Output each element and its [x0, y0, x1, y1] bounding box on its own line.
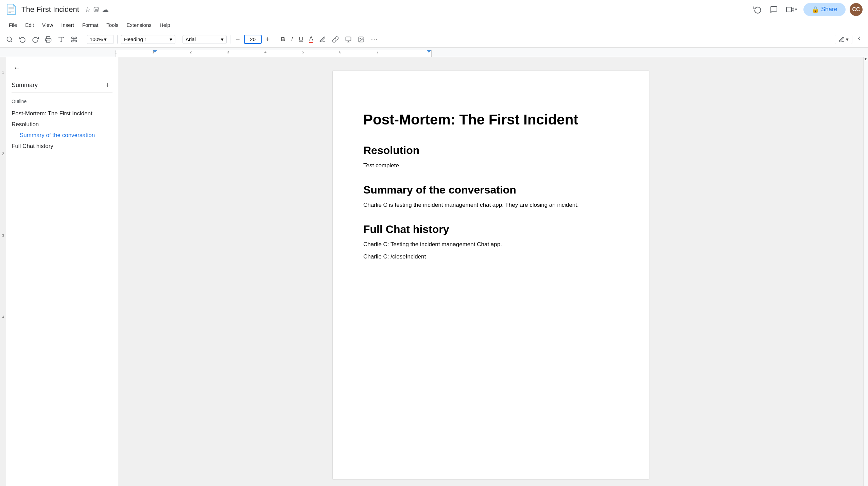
font-value: Arial [186, 36, 196, 42]
share-label: Share [821, 6, 837, 13]
lock-icon: 🔒 [812, 6, 819, 13]
doc-body-1: Charlie C is testing the incident manage… [363, 200, 618, 210]
menu-bar: File Edit View Insert Format Tools Exten… [0, 19, 868, 31]
doc-body-0: Test complete [363, 161, 618, 170]
ruler-right-tab [427, 50, 431, 53]
outline-item-2[interactable]: Summary of the conversation [12, 130, 112, 141]
link-button[interactable] [330, 35, 341, 44]
comments-button[interactable] [768, 3, 780, 16]
style-selector[interactable]: Heading 1 ▾ [121, 35, 175, 44]
insert-comment-button[interactable] [343, 35, 354, 44]
avatar[interactable]: CC [850, 3, 863, 16]
history-button[interactable] [751, 3, 764, 16]
style-chevron: ▾ [170, 36, 172, 43]
font-chevron: ▾ [221, 36, 224, 43]
highlight-color-button[interactable] [317, 35, 328, 44]
doc-body-2-line0: Charlie C: Testing the incident manageme… [363, 240, 618, 249]
margin-tick-3: 3 [2, 234, 4, 237]
font-selector[interactable]: Arial ▾ [183, 35, 227, 44]
zoom-value: 100% [90, 36, 103, 42]
sidebar-back-button[interactable]: ← [12, 63, 22, 73]
share-button[interactable]: 🔒 Share [803, 3, 846, 16]
text-color-button[interactable]: A [307, 34, 315, 45]
separator-4 [230, 35, 230, 44]
margin-tick-1: 1 [2, 71, 4, 74]
menu-insert[interactable]: Insert [58, 21, 77, 29]
spellcheck-button[interactable] [56, 35, 67, 44]
left-margin: 1 2 3 4 [0, 57, 6, 486]
menu-tools[interactable]: Tools [103, 21, 122, 29]
style-value: Heading 1 [124, 36, 147, 42]
svg-rect-1 [786, 7, 792, 12]
sidebar-summary-row: Summary + [12, 78, 112, 93]
doc-icon: 📄 [5, 4, 17, 15]
edit-mode-button[interactable]: ▾ [835, 35, 852, 44]
menu-view[interactable]: View [39, 21, 56, 29]
star-icon[interactable]: ☆ [85, 5, 91, 14]
svg-marker-0 [792, 8, 794, 11]
outline-item-1[interactable]: Resolution [12, 119, 112, 130]
separator-5 [275, 35, 275, 44]
underline-button[interactable]: U [297, 35, 305, 44]
menu-extensions[interactable]: Extensions [123, 21, 155, 29]
margin-tick-4: 4 [2, 316, 4, 319]
menu-file[interactable]: File [5, 21, 20, 29]
doc-body-2-line1: Charlie C: /closeIncident [363, 252, 618, 261]
separator-3 [179, 35, 179, 44]
bold-button[interactable]: B [279, 35, 287, 44]
svg-line-3 [11, 40, 12, 42]
redo-button[interactable] [30, 35, 41, 44]
insert-image-button[interactable] [356, 35, 367, 44]
svg-rect-4 [47, 40, 50, 42]
doc-heading-2: Full Chat history [363, 223, 618, 236]
zoom-chevron: ▾ [104, 36, 107, 43]
svg-point-11 [360, 38, 361, 39]
menu-edit[interactable]: Edit [22, 21, 37, 29]
font-size-decrease-button[interactable]: − [234, 34, 242, 45]
sidebar-add-button[interactable]: + [103, 80, 112, 90]
menu-format[interactable]: Format [79, 21, 102, 29]
sidebar-outline-label: Outline [12, 99, 112, 104]
doc-main-title: Post-Mortem: The First Incident [363, 112, 618, 128]
title-icons: ☆ ⛁ ☁ [85, 5, 109, 14]
outline-item-0[interactable]: Post-Mortem: The First Incident [12, 108, 112, 119]
more-options-button[interactable]: ⋯ [369, 34, 380, 45]
ruler-label-2: 1 [152, 50, 154, 54]
right-panel-expand-button[interactable]: ▼ [863, 57, 868, 486]
menu-help[interactable]: Help [156, 21, 174, 29]
ruler-label-7: 6 [339, 50, 341, 54]
right-panel: ▲ ▼ [863, 57, 868, 486]
zoom-selector[interactable]: 100% ▾ [87, 35, 114, 44]
sidebar-summary-label: Summary [12, 82, 38, 89]
video-button[interactable]: ▾ [784, 3, 799, 16]
main-area: 1 2 3 4 ← Summary + Outline Post-Mortem:… [0, 57, 868, 486]
folder-icon[interactable]: ⛁ [93, 5, 99, 14]
cloud-icon[interactable]: ☁ [102, 5, 109, 14]
video-chevron: ▾ [795, 7, 797, 12]
print-button[interactable] [43, 35, 54, 44]
doc-heading-0: Resolution [363, 144, 618, 157]
undo-button[interactable] [17, 35, 28, 44]
paint-format-button[interactable] [69, 35, 80, 44]
margin-tick-2: 2 [2, 152, 4, 156]
doc-area[interactable]: Post-Mortem: The First Incident Resoluti… [118, 57, 863, 486]
italic-button[interactable]: I [289, 35, 295, 44]
ruler-label-3: 2 [190, 50, 192, 54]
collapse-sidebar-button[interactable] [854, 34, 864, 45]
separator-2 [117, 35, 118, 44]
ruler-label-6: 5 [302, 50, 304, 54]
toolbar: 100% ▾ Heading 1 ▾ Arial ▾ − 20 + B I U … [0, 31, 868, 48]
doc-heading-1: Summary of the conversation [363, 184, 618, 196]
edit-mode-chevron: ▾ [846, 36, 849, 43]
ruler-inner: 1 1 2 3 4 5 6 7 [116, 50, 432, 57]
search-button[interactable] [4, 35, 15, 44]
ruler-label-4: 3 [227, 50, 229, 54]
page: Post-Mortem: The First Incident Resoluti… [333, 71, 649, 479]
outline-item-3[interactable]: Full Chat history [12, 141, 112, 152]
font-size-increase-button[interactable]: + [264, 34, 272, 45]
top-right-actions: ▾ 🔒 Share CC [751, 3, 863, 16]
ruler-label-8: 7 [377, 50, 379, 54]
sidebar: ← Summary + Outline Post-Mortem: The Fir… [6, 57, 118, 486]
font-size-box[interactable]: 20 [244, 35, 262, 44]
ruler: 1 1 2 3 4 5 6 7 [0, 48, 868, 57]
